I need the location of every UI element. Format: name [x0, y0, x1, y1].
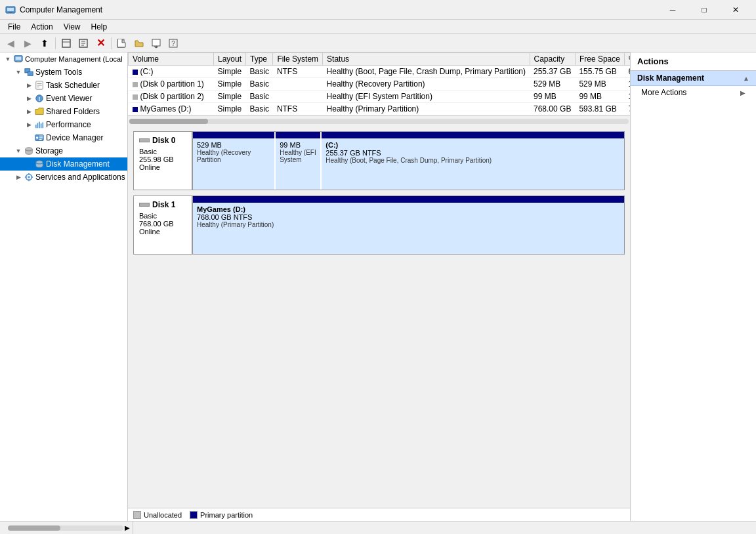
sidebar-item-device-manager[interactable]: Device Manager: [0, 131, 127, 144]
menu-view[interactable]: View: [58, 21, 86, 33]
expand-performance[interactable]: ▶: [24, 119, 34, 130]
disk0-size: 255.98 GB: [139, 155, 186, 163]
h-scrollbar[interactable]: [128, 115, 630, 126]
cell-volume: (Disk 0 partition 2): [129, 91, 214, 103]
menu-file[interactable]: File: [3, 21, 26, 33]
expand-root[interactable]: ▼: [3, 54, 13, 64]
actions-more-actions[interactable]: More Actions ▶: [631, 86, 756, 99]
svg-point-39: [28, 176, 30, 178]
expand-system-tools[interactable]: ▼: [13, 67, 24, 77]
toolbar-delete[interactable]: ✕: [93, 36, 108, 51]
toolbar-export[interactable]: [148, 36, 164, 51]
cell-type: Basic: [246, 91, 273, 103]
status-bar: ▶: [0, 521, 756, 534]
disk0-part2[interactable]: 99 MB Healthy (EFI System: [276, 132, 322, 190]
root-label: Computer Management (Local: [25, 55, 123, 63]
col-freespace[interactable]: Free Space: [575, 53, 624, 66]
disk0-part3[interactable]: (C:) 255.37 GB NTFS Healthy (Boot, Page …: [322, 132, 624, 190]
disk-table: Volume Layout Type File System Status Ca…: [128, 52, 630, 126]
sidebar-item-event-viewer[interactable]: ▶ ! Event Viewer: [0, 92, 127, 105]
services-icon: [24, 172, 34, 182]
sidebar-item-root[interactable]: ▼ Computer Management (Local: [0, 52, 127, 66]
table-row[interactable]: (Disk 0 partition 2) Simple Basic Health…: [129, 91, 631, 103]
performance-icon: [34, 119, 45, 130]
performance-label: Performance: [46, 120, 91, 129]
legend-unallocated-label: Unallocated: [144, 511, 182, 519]
toolbar-forward[interactable]: ▶: [20, 36, 35, 51]
close-button[interactable]: ✕: [721, 0, 751, 20]
toolbar-sep2: [111, 37, 112, 49]
svg-rect-15: [16, 57, 22, 60]
col-volume[interactable]: Volume: [129, 53, 214, 66]
actions-section-title: Disk Management: [637, 73, 704, 83]
event-viewer-label: Event Viewer: [46, 94, 92, 103]
cell-pct: 61 %: [624, 66, 630, 78]
col-layout[interactable]: Layout: [214, 53, 246, 66]
disk0-partitions: 529 MB Healthy (Recovery Partition 99 MB…: [192, 131, 625, 190]
expand-storage[interactable]: ▼: [13, 146, 24, 156]
expand-services[interactable]: ▶: [13, 172, 24, 182]
cell-layout: Simple: [214, 91, 246, 103]
table-row[interactable]: (Disk 0 partition 1) Simple Basic Health…: [129, 78, 631, 91]
disk0-part1[interactable]: 529 MB Healthy (Recovery Partition: [193, 132, 276, 190]
disk-visual-area: Disk 0 Basic 255.98 GB Online 529 MB Hea…: [128, 126, 630, 508]
col-type[interactable]: Type: [246, 53, 273, 66]
sidebar-item-shared-folders[interactable]: ▶ Shared Folders: [0, 105, 127, 118]
cell-capacity: 529 MB: [530, 78, 575, 91]
toolbar-properties[interactable]: [75, 36, 91, 51]
chevron-right-icon: ▶: [740, 89, 746, 96]
cell-status: Healthy (Primary Partition): [323, 103, 530, 115]
disk0-part2-size: 99 MB: [280, 141, 316, 149]
expand-shared-folders[interactable]: ▶: [24, 106, 34, 117]
disk0-label: Disk 0 Basic 255.98 GB Online: [133, 131, 192, 190]
toolbar-up[interactable]: ⬆: [37, 36, 52, 51]
sidebar: ▼ Computer Management (Local ▼ System To…: [0, 52, 128, 521]
sidebar-item-task-scheduler[interactable]: ▶ Task Scheduler: [0, 79, 127, 92]
svg-text:!: !: [39, 96, 41, 102]
app-icon: [5, 5, 16, 15]
disk0-part1-desc: Healthy (Recovery Partition: [197, 149, 270, 163]
table-row[interactable]: (C:) Simple Basic NTFS Healthy (Boot, Pa…: [129, 66, 631, 78]
table-scroll[interactable]: Volume Layout Type File System Status Ca…: [128, 52, 630, 115]
window-controls: ─ □ ✕: [658, 0, 751, 20]
cell-free: 529 MB: [575, 78, 624, 91]
device-manager-icon: [34, 133, 45, 143]
sidebar-item-system-tools[interactable]: ▼ System Tools: [0, 66, 127, 79]
sidebar-scrollbar[interactable]: [8, 525, 123, 531]
toolbar-help[interactable]: ?: [165, 36, 181, 51]
col-pct[interactable]: % Free: [624, 53, 630, 66]
legend-bar: Unallocated Primary partition: [128, 508, 630, 521]
legend-primary-label: Primary partition: [200, 511, 253, 519]
event-viewer-icon: !: [34, 93, 45, 104]
actions-section-disk-management[interactable]: Disk Management ▲: [631, 71, 756, 86]
sidebar-item-storage[interactable]: ▼ Storage: [0, 144, 127, 157]
cell-pct: 77 %: [624, 103, 630, 115]
expand-task-scheduler[interactable]: ▶: [24, 80, 34, 91]
scroll-right-btn[interactable]: ▶: [125, 524, 130, 531]
toolbar-new[interactable]: [114, 36, 130, 51]
svg-rect-3: [62, 39, 70, 47]
menu-action[interactable]: Action: [26, 21, 58, 33]
sidebar-item-services[interactable]: ▶ Services and Applications: [0, 171, 127, 184]
sidebar-item-disk-management[interactable]: Disk Management: [0, 157, 127, 171]
col-capacity[interactable]: Capacity: [530, 53, 575, 66]
disk0-type: Basic: [139, 148, 186, 155]
more-actions-label: More Actions: [641, 88, 686, 97]
col-filesystem[interactable]: File System: [273, 53, 323, 66]
storage-icon: [24, 146, 34, 156]
legend-primary-box: [190, 511, 198, 519]
toolbar-show-hide[interactable]: [58, 36, 74, 51]
expand-event-viewer[interactable]: ▶: [24, 93, 34, 104]
sidebar-item-performance[interactable]: ▶ Performance: [0, 118, 127, 131]
cell-free: 593.81 GB: [575, 103, 624, 115]
disk1-part1-desc: Healthy (Primary Partition): [197, 221, 620, 228]
menu-help[interactable]: Help: [86, 21, 113, 33]
menu-bar: File Action View Help: [0, 20, 756, 34]
disk1-part1[interactable]: MyGames (D:) 768.00 GB NTFS Healthy (Pri…: [193, 196, 624, 254]
toolbar-open[interactable]: [131, 36, 147, 51]
minimize-button[interactable]: ─: [658, 0, 688, 20]
toolbar-back[interactable]: ◀: [3, 36, 18, 51]
maximize-button[interactable]: □: [689, 0, 719, 20]
table-row[interactable]: MyGames (D:) Simple Basic NTFS Healthy (…: [129, 103, 631, 115]
col-status[interactable]: Status: [323, 53, 530, 66]
